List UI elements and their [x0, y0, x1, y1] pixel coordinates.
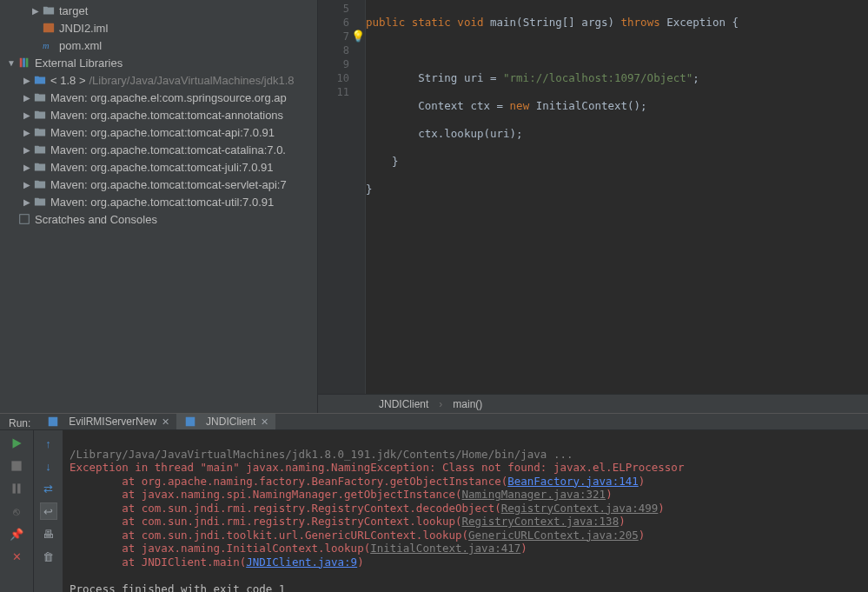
tree-scratches[interactable]: Scratches and Consoles	[0, 210, 317, 228]
stack-link[interactable]: JNDIClient.java:9	[246, 555, 357, 569]
tree-label: External Libraries	[35, 57, 123, 70]
tree-folder-target[interactable]: ▶ target	[0, 2, 317, 19]
console-text: )	[658, 502, 665, 515]
editor[interactable]: 5 6 7 8 9 10 11 💡public static void main…	[318, 0, 868, 413]
up-icon[interactable]: ↑	[41, 436, 56, 451]
tree-lib[interactable]: ▶Maven: org.apache.tomcat:tomcat-servlet…	[0, 176, 317, 193]
filter-icon[interactable]: ⇄	[41, 481, 56, 496]
breadcrumb[interactable]: JNDIClient › main()	[318, 394, 868, 413]
chevron-right-icon: ▶	[21, 93, 33, 103]
soft-wrap-icon[interactable]: ↩	[41, 503, 56, 519]
scratches-icon	[17, 212, 31, 226]
line-number[interactable]: 5	[318, 2, 349, 16]
down-icon[interactable]: ↓	[41, 458, 56, 474]
svg-rect-8	[11, 461, 21, 470]
chevron-right-icon: ▶	[21, 163, 33, 172]
console-text: )	[619, 515, 626, 528]
chevron-down-icon: ▼	[5, 58, 17, 68]
tree-label: Scratches and Consoles	[35, 213, 157, 226]
tree-lib[interactable]: ▶Maven: org.apache.tomcat:tomcat-annotat…	[0, 106, 317, 123]
tree-lib[interactable]: ▶Maven: org.apache.tomcat:tomcat-juli:7.…	[0, 158, 317, 176]
tree-label: Maven: org.apache.tomcat:tomcat-catalina…	[50, 143, 286, 156]
run-tab[interactable]: JNDIClient ✕	[176, 414, 275, 429]
folder-lib-icon	[33, 90, 47, 104]
exit-icon[interactable]: ⎋	[9, 503, 24, 519]
code-text: String uri =	[366, 71, 503, 84]
console-line: Exception in thread "main" javax.naming.…	[70, 461, 684, 474]
close-icon[interactable]: ✕	[9, 549, 24, 564]
folder-lib-icon	[33, 73, 47, 87]
code-text: Exception {	[660, 16, 739, 29]
chevron-right-icon: ▶	[30, 6, 42, 16]
intention-bulb-icon[interactable]: 💡	[351, 30, 365, 43]
rerun-icon[interactable]	[9, 436, 24, 451]
svg-rect-6	[49, 417, 58, 427]
stack-link[interactable]: RegistryContext.java:138	[462, 515, 620, 528]
code-text: }	[366, 183, 373, 196]
pin-icon[interactable]: 📌	[9, 526, 24, 542]
stack-link[interactable]: InitialContext.java:417	[370, 542, 520, 555]
folder-lib-icon	[33, 108, 47, 122]
tree-label: Maven: org.apache.tomcat:tomcat-juli:7.0…	[50, 161, 274, 174]
stack-link[interactable]: GenericURLContext.java:205	[468, 529, 639, 542]
line-number[interactable]: 9	[318, 57, 349, 71]
run-tab[interactable]: EvilRMIServerNew ✕	[39, 414, 176, 429]
tree-lib[interactable]: ▶Maven: org.apache.tomcat:tomcat-catalin…	[0, 141, 317, 158]
tree-label: Maven: org.apache.tomcat:tomcat-util:7.0…	[50, 196, 274, 209]
svg-rect-2	[20, 58, 23, 68]
console-text: )	[639, 529, 646, 542]
tree-label: JNDI2.iml	[59, 22, 108, 35]
svg-rect-10	[17, 483, 20, 493]
folder-lib-icon	[33, 195, 47, 209]
project-tree[interactable]: ▶ target JNDI2.iml m pom.xml ▼ External …	[0, 0, 318, 413]
line-number[interactable]: 11	[318, 85, 349, 99]
stack-link[interactable]: NamingManager.java:321	[462, 488, 606, 501]
folder-lib-icon	[33, 125, 47, 139]
code-text: "rmi://localhost:1097/Object"	[503, 71, 692, 84]
folder-lib-icon	[33, 177, 47, 191]
close-icon[interactable]: ✕	[162, 416, 169, 428]
tree-file-pom[interactable]: m pom.xml	[0, 37, 317, 54]
svg-rect-4	[26, 58, 29, 68]
line-number[interactable]: 6	[318, 16, 349, 30]
stop-icon[interactable]	[9, 458, 24, 474]
tree-lib[interactable]: ▶Maven: org.apache.tomcat:tomcat-api:7.0…	[0, 123, 317, 141]
console-line: at com.sun.jndi.rmi.registry.RegistryCon…	[70, 515, 462, 528]
console-output[interactable]: /Library/Java/JavaVirtualMachines/jdk1.8…	[63, 430, 868, 592]
line-number[interactable]: 10	[318, 71, 349, 85]
code-text: (String[] args)	[516, 16, 620, 29]
tree-lib[interactable]: ▶Maven: org.apache.tomcat:tomcat-util:7.…	[0, 193, 317, 210]
stack-link[interactable]: RegistryContext.java:499	[501, 502, 659, 515]
print-icon[interactable]: 🖶	[41, 526, 56, 542]
code-text: main	[490, 16, 516, 29]
close-icon[interactable]: ✕	[261, 416, 268, 428]
tree-external-libraries[interactable]: ▼ External Libraries	[0, 54, 317, 71]
code-text: public static void	[366, 16, 490, 29]
chevron-right-icon: ▶	[21, 180, 33, 190]
trash-icon[interactable]: 🗑	[41, 549, 56, 564]
breadcrumb-item[interactable]: JNDIClient	[379, 398, 428, 410]
gutter[interactable]: 5 6 7 8 9 10 11	[318, 0, 366, 394]
tree-label: < 1.8 >	[50, 74, 85, 87]
console-line: /Library/Java/JavaVirtualMachines/jdk1.8…	[70, 448, 573, 461]
code[interactable]: 💡public static void main(String[] args) …	[366, 0, 868, 394]
run-tab-label: EvilRMIServerNew	[69, 416, 156, 428]
stack-link[interactable]: BeanFactory.java:141	[507, 475, 639, 488]
pause-icon[interactable]	[9, 481, 24, 496]
tree-label: pom.xml	[59, 39, 102, 52]
chevron-right-icon: ▶	[21, 110, 33, 120]
code-text: new	[510, 99, 530, 112]
run-tab-label: JNDIClient	[206, 416, 255, 428]
code-text: ;	[692, 71, 699, 84]
breadcrumb-item[interactable]: main()	[453, 398, 482, 410]
run-tabs: Run: EvilRMIServerNew ✕ JNDIClient ✕	[0, 414, 868, 430]
line-number[interactable]: 7	[318, 30, 349, 43]
console-text: )	[357, 555, 364, 569]
chevron-right-icon: ▶	[21, 128, 33, 137]
tree-jdk[interactable]: ▶ < 1.8 > /Library/Java/JavaVirtualMachi…	[0, 71, 317, 89]
tree-lib[interactable]: ▶Maven: org.apache.el:com.springsource.o…	[0, 89, 317, 106]
idea-file-icon	[42, 21, 56, 35]
tree-file-iml[interactable]: JNDI2.iml	[0, 19, 317, 37]
line-number[interactable]: 8	[318, 43, 349, 57]
tree-hint: /Library/Java/JavaVirtualMachines/jdk1.8	[89, 74, 294, 87]
